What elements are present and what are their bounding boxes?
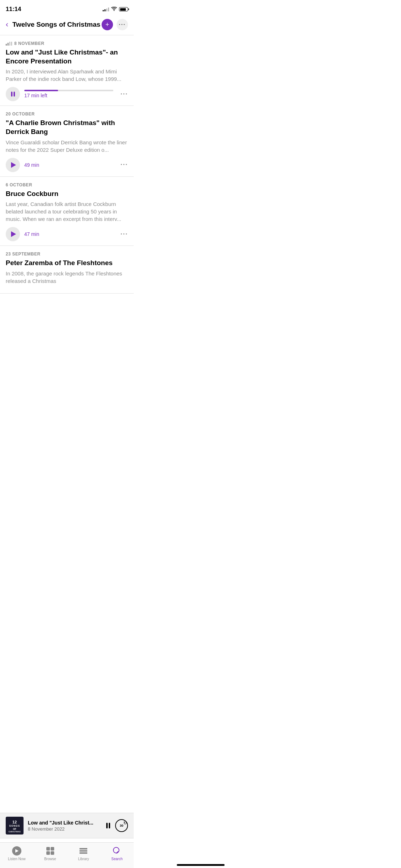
status-icons: [103, 7, 128, 12]
progress-container: 17 min left: [24, 90, 113, 98]
episode-title: Peter Zaremba of The Fleshtones: [6, 259, 128, 268]
episode-title: Low and "Just Like Christmas"- an Encore…: [6, 48, 128, 66]
play-icon: [11, 231, 16, 237]
pause-button[interactable]: [6, 87, 20, 101]
play-button[interactable]: [6, 158, 20, 172]
episodes-list: 8 NOVEMBER Low and "Just Like Christmas"…: [0, 35, 134, 347]
plus-icon: +: [106, 21, 109, 28]
episode-title: Bruce Cockburn: [6, 190, 128, 198]
add-button[interactable]: +: [102, 19, 113, 30]
status-bar: 11:14: [0, 0, 134, 16]
play-button[interactable]: [6, 227, 20, 241]
episode-more-button[interactable]: ···: [118, 89, 128, 99]
ellipsis-icon: ···: [119, 21, 125, 28]
play-icon: [11, 162, 16, 168]
nav-bar: ‹ Twelve Songs of Christmas + ···: [0, 16, 134, 35]
progress-bar[interactable]: [24, 90, 113, 91]
progress-fill: [24, 90, 58, 91]
signal-icon: [103, 7, 109, 11]
back-button[interactable]: ‹: [6, 19, 11, 31]
episode-item: 23 SEPTEMBER Peter Zaremba of The Flesht…: [0, 246, 134, 294]
episode-more-button[interactable]: ···: [118, 229, 128, 239]
duration-text: 47 min: [24, 231, 39, 237]
status-time: 11:14: [6, 6, 21, 13]
svg-point-0: [114, 10, 114, 11]
episode-more-button[interactable]: ···: [118, 160, 128, 170]
episode-item: 6 OCTOBER Bruce Cockburn Last year, Cana…: [0, 177, 134, 246]
time-left: 17 min left: [24, 93, 113, 98]
episode-date: 6 OCTOBER: [6, 182, 128, 187]
audio-bars-icon: [6, 41, 12, 46]
more-button[interactable]: ···: [117, 19, 128, 30]
episode-description: Vince Guaraldi scholar Derrick Bang wrot…: [6, 139, 128, 154]
episode-date: 8 NOVEMBER: [6, 41, 128, 46]
episode-title: "A Charlie Brown Christmas" with Derrick…: [6, 119, 128, 136]
episode-controls: 17 min left ···: [6, 87, 128, 101]
episode-item: 8 NOVEMBER Low and "Just Like Christmas"…: [0, 35, 134, 106]
battery-icon: [119, 7, 128, 11]
episode-description: In 2008, the garage rock legends The Fle…: [6, 270, 128, 285]
episode-item: 20 OCTOBER "A Charlie Brown Christmas" w…: [0, 106, 134, 176]
episode-description: Last year, Canadian folk artist Bruce Co…: [6, 200, 128, 223]
episode-date: 23 SEPTEMBER: [6, 252, 128, 257]
episode-controls: 49 min ···: [6, 158, 128, 172]
duration-text: 49 min: [24, 162, 39, 168]
episode-description: In 2020, I interviewed Alan Sparhawk and…: [6, 68, 128, 83]
pause-icon: [11, 92, 15, 97]
episode-date: 20 OCTOBER: [6, 112, 128, 117]
episode-controls: 47 min ···: [6, 227, 128, 241]
page-title: Twelve Songs of Christmas: [11, 21, 102, 29]
wifi-icon: [111, 7, 117, 12]
